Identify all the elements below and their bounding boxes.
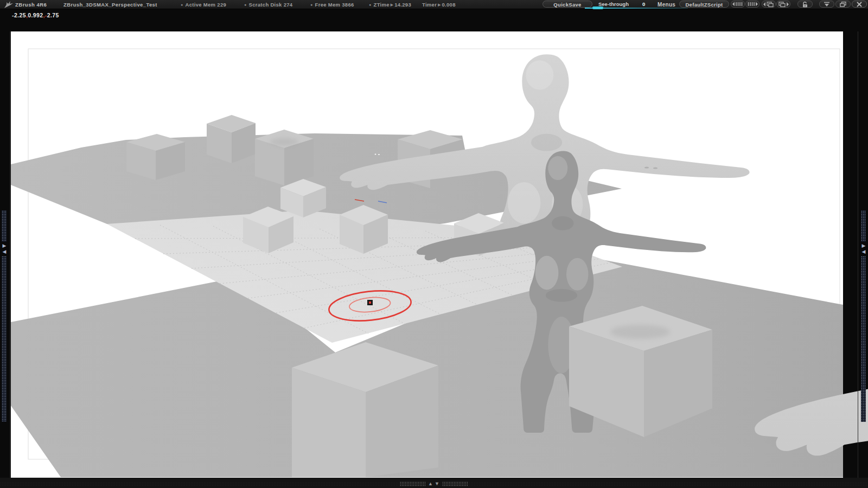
canvas-left-edge <box>10 31 10 478</box>
right-tray-toggle[interactable]: ▶ ◀ <box>860 242 867 256</box>
lock-icon <box>802 2 808 8</box>
readout-x: -2.25 <box>12 12 26 18</box>
close-button[interactable] <box>852 1 867 8</box>
lock-button[interactable] <box>797 1 813 8</box>
stat-timer: Timer▶0.008 <box>422 2 456 8</box>
document-canvas[interactable] <box>0 0 868 488</box>
cube-pedestal-middle-figure[interactable] <box>340 205 388 254</box>
readout-z: 2.75 <box>47 12 59 18</box>
cube-mesh[interactable] <box>207 115 256 163</box>
cube-mesh[interactable] <box>126 134 185 180</box>
divider-left-button[interactable] <box>731 1 745 8</box>
stat-scratch-disk: ●Scratch Disk 274 <box>244 2 292 8</box>
stat-active-mem: ●Active Mem 229 <box>181 2 226 8</box>
app-title: ZBrush 4R6 <box>15 2 47 8</box>
title-bar: ZBrush 4R6 ZBrush_3DSMAX_Perspective_Tes… <box>0 0 868 9</box>
figure-eye <box>378 154 380 155</box>
canvas-right-edge <box>858 31 858 478</box>
cursor-position-readout: -2.25,0.992,-2.75 <box>12 12 59 18</box>
arrow-icon: ▶ <box>391 3 393 7</box>
restore-button[interactable] <box>835 1 851 8</box>
bottom-tray-grip-left[interactable] <box>400 481 426 486</box>
tray-open-icon: ▶ <box>860 243 867 249</box>
document-title: ZBrush_3DSMAX_Perspective_Test <box>63 2 157 8</box>
bullet-icon: ● <box>181 3 183 7</box>
readout-y: 0.992 <box>28 12 43 18</box>
figure-eye <box>375 154 376 155</box>
stat-ztime: ●ZTime▶14.293 <box>369 2 411 8</box>
minimize-icon <box>824 2 830 7</box>
see-through-handle[interactable] <box>592 7 603 9</box>
bullet-icon: ● <box>244 3 247 7</box>
bottom-tray-texture <box>0 481 868 486</box>
tray-down-icon[interactable]: ▼ <box>435 481 439 487</box>
tray-close-icon: ◀ <box>860 249 867 255</box>
zscript-button[interactable]: DefaultZScript <box>679 1 729 8</box>
restore-icon <box>840 2 846 7</box>
stat-free-mem: ●Free Mem 3866 <box>310 2 354 8</box>
left-tray-toggle[interactable]: ▶ ◀ <box>1 242 8 256</box>
zbrush-window: ZBrush 4R6 ZBrush_3DSMAX_Perspective_Tes… <box>0 0 868 488</box>
divider-left-icon <box>732 2 743 7</box>
previous-document-icon <box>763 2 774 7</box>
previous-document-button[interactable] <box>762 1 776 8</box>
pivot-center-dot <box>369 301 371 304</box>
minimize-button[interactable] <box>819 1 834 8</box>
divider-right-button[interactable] <box>745 1 760 8</box>
tray-open-icon: ▶ <box>1 243 8 249</box>
cube-mesh[interactable] <box>292 342 438 477</box>
bottom-tray-bar: ▲ ▼ <box>0 478 868 488</box>
cube-pedestal-top-figure[interactable] <box>255 130 314 185</box>
close-icon <box>857 2 862 7</box>
bullet-icon: ● <box>310 3 313 7</box>
tray-up-icon[interactable]: ▲ <box>428 481 433 487</box>
divider-right-icon <box>747 2 758 7</box>
bullet-icon: ● <box>369 3 372 7</box>
see-through-label: See-through <box>598 1 629 7</box>
arrow-icon: ▶ <box>438 3 441 7</box>
menus-toggle[interactable]: Menus <box>658 2 675 8</box>
bottom-tray-grip-right[interactable] <box>442 481 468 486</box>
tray-close-icon: ◀ <box>1 249 8 255</box>
zbrush-logo-icon <box>3 1 14 9</box>
next-document-button[interactable] <box>776 1 790 8</box>
next-document-icon <box>778 2 789 7</box>
see-through-value: 0 <box>642 1 645 7</box>
